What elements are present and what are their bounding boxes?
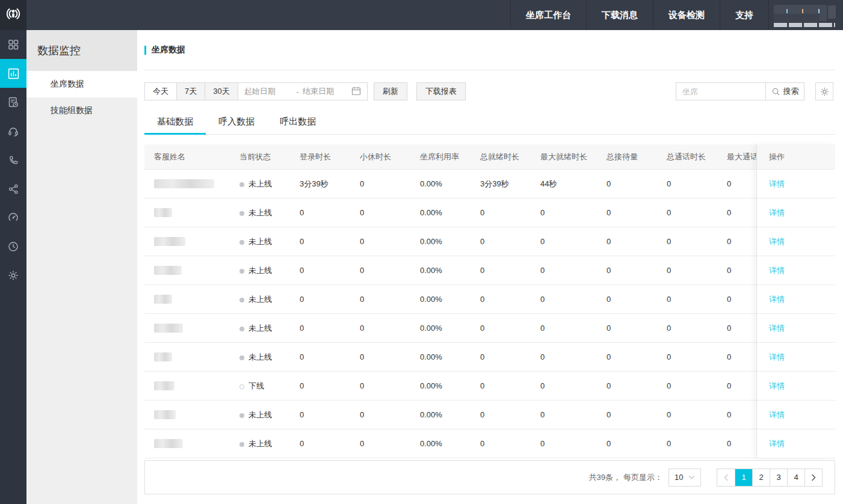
page-button-1[interactable]: 1 — [735, 469, 752, 486]
table-scroll-area[interactable]: 客服姓名当前状态登录时长小休时长坐席利用率总就绪时长最大就绪时长总接待量总通话时… — [144, 144, 835, 458]
tab-呼出数据[interactable]: 呼出数据 — [267, 116, 329, 134]
column-header-操作: 操作 — [757, 144, 835, 170]
detail-link[interactable]: 详情 — [769, 265, 785, 276]
prev-page-button[interactable] — [717, 469, 735, 486]
sidebar: 数据监控 坐席数据技能组数据 — [26, 30, 137, 504]
value-cell-ready_total: 0 — [471, 237, 531, 246]
column-settings-button[interactable] — [815, 82, 833, 100]
value-cell-utilization: 0.00% — [410, 295, 471, 304]
value-cell-ready_total: 0 — [471, 324, 531, 333]
topnav-item-坐席工作台[interactable]: 坐席工作台 — [510, 0, 586, 30]
value-cell-ready_max: 0 — [531, 352, 597, 361]
agent-name-redacted — [154, 237, 185, 246]
value-cell-reception: 0 — [597, 237, 657, 246]
value-cell-ready_max: 0 — [531, 324, 597, 333]
value-cell-rest: 0 — [350, 352, 410, 361]
detail-link[interactable]: 详情 — [769, 438, 785, 449]
detail-link[interactable]: 详情 — [769, 294, 785, 305]
table-row: 未上线000.00%00000 — [144, 314, 835, 343]
search-area: 搜索 — [676, 82, 833, 100]
detail-link[interactable]: 详情 — [769, 323, 785, 334]
rail-item-settings[interactable] — [0, 261, 26, 290]
detail-link[interactable]: 详情 — [769, 179, 785, 189]
value-cell-talk_total: 0 — [657, 266, 717, 275]
action-cell: 详情 — [757, 227, 835, 256]
value-cell-ready_total: 0 — [471, 439, 531, 448]
sidebar-item-技能组数据[interactable]: 技能组数据 — [26, 97, 137, 124]
agent-name-redacted — [154, 208, 172, 217]
app-logo[interactable] — [0, 0, 26, 30]
status-dot-icon — [239, 413, 244, 418]
value-cell-login: 0 — [290, 295, 350, 304]
tab-呼入数据[interactable]: 呼入数据 — [206, 116, 267, 134]
status-cell: 下线 — [230, 381, 290, 392]
settings-icon — [7, 269, 19, 281]
top-bar: 坐席工作台下载消息设备检测支持 — [0, 0, 843, 30]
agent-name-cell — [144, 352, 230, 361]
agent-name-redacted — [154, 381, 174, 390]
refresh-button[interactable]: 刷新 — [374, 82, 407, 100]
agent-name-redacted — [154, 439, 183, 448]
topnav-item-支持[interactable]: 支持 — [720, 0, 768, 30]
column-header-登录时长: 登录时长 — [290, 152, 350, 162]
rail-item-share[interactable] — [0, 174, 26, 203]
table-row: 未上线3分39秒00.00%3分39秒44秒000 — [144, 170, 835, 198]
status-cell: 未上线 — [230, 179, 290, 189]
next-page-button[interactable] — [804, 469, 822, 486]
page-button-3[interactable]: 3 — [770, 469, 787, 486]
page-button-4[interactable]: 4 — [787, 469, 804, 486]
detail-link[interactable]: 详情 — [769, 207, 785, 218]
page-header: 坐席数据 — [144, 30, 835, 70]
quick-range-今天[interactable]: 今天 — [144, 82, 177, 100]
rail-item-clock[interactable] — [0, 232, 26, 261]
rail-item-gauge[interactable] — [0, 203, 26, 232]
detail-link[interactable]: 详情 — [769, 352, 785, 363]
rail-item-dashboard[interactable] — [0, 30, 26, 59]
quick-range-7天[interactable]: 7天 — [176, 82, 205, 100]
value-cell-rest: 0 — [350, 439, 410, 448]
redacted-block — [774, 14, 820, 22]
download-report-button[interactable]: 下载报表 — [416, 82, 466, 100]
value-cell-login: 0 — [290, 352, 350, 361]
value-cell-rest: 0 — [350, 266, 410, 275]
column-header-客服姓名: 客服姓名 — [144, 152, 230, 162]
page-size-select[interactable]: 10 — [669, 469, 701, 487]
column-header-总接待量: 总接待量 — [597, 152, 657, 162]
value-cell-ready_max: 0 — [531, 208, 597, 217]
value-cell-utilization: 0.00% — [410, 179, 471, 188]
value-cell-reception: 0 — [597, 208, 657, 217]
table-row: 未上线000.00%00000 — [144, 343, 835, 372]
action-cell: 详情 — [757, 429, 835, 458]
date-range-picker[interactable]: 起始日期 - 结束日期 — [238, 82, 368, 100]
value-cell-ready_total: 0 — [471, 352, 531, 361]
rail-item-phone[interactable] — [0, 146, 26, 174]
value-cell-ready_total: 0 — [471, 208, 531, 217]
status-cell: 未上线 — [230, 352, 290, 363]
action-cell: 详情 — [757, 343, 835, 372]
quick-range-30天[interactable]: 30天 — [205, 82, 238, 100]
value-cell-ready_max: 0 — [531, 237, 597, 246]
column-header-总通话时长: 总通话时长 — [657, 152, 717, 162]
page-button-2[interactable]: 2 — [752, 469, 770, 486]
rail-item-bar-chart[interactable] — [0, 59, 26, 88]
rail-item-report[interactable] — [0, 88, 26, 117]
topnav-item-下载消息[interactable]: 下载消息 — [586, 0, 653, 30]
search-button[interactable]: 搜索 — [765, 82, 804, 100]
sidebar-item-坐席数据[interactable]: 坐席数据 — [26, 71, 137, 97]
detail-link[interactable]: 详情 — [769, 381, 785, 392]
status-dot-icon — [239, 384, 244, 389]
value-cell-rest: 0 — [350, 324, 410, 333]
agent-name-redacted — [154, 295, 172, 304]
tab-基础数据[interactable]: 基础数据 — [144, 116, 206, 134]
column-header-当前状态: 当前状态 — [230, 152, 290, 162]
value-cell-login: 0 — [290, 266, 350, 275]
rail-item-headset[interactable] — [0, 117, 26, 146]
topnav-item-设备检测[interactable]: 设备检测 — [653, 0, 720, 30]
agent-search-input[interactable] — [676, 82, 766, 100]
detail-link[interactable]: 详情 — [769, 236, 785, 247]
agent-name-redacted — [154, 266, 182, 275]
clock-icon — [7, 241, 19, 253]
value-cell-talk_total: 0 — [657, 381, 717, 390]
detail-link[interactable]: 详情 — [769, 410, 785, 420]
account-info-redacted[interactable] — [768, 0, 843, 30]
